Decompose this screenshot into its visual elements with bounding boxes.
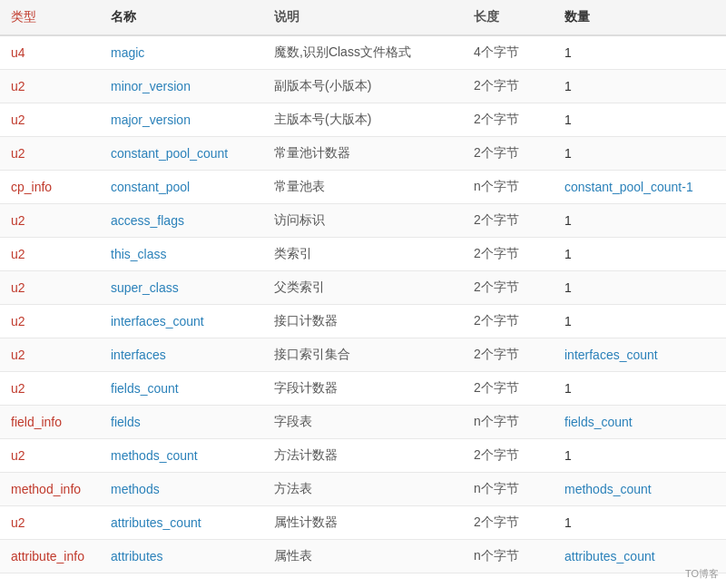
name-link[interactable]: magic xyxy=(111,45,144,60)
cell-count: 1 xyxy=(554,305,726,338)
cell-name[interactable]: fields_count xyxy=(100,372,263,406)
cell-type: u2 xyxy=(0,338,100,372)
table-row: method_infomethods方法表n个字节methods_count xyxy=(0,473,726,506)
cell-length: 2个字节 xyxy=(463,271,554,305)
header-count: 数量 xyxy=(554,0,726,35)
cell-count: 1 xyxy=(554,35,726,70)
header-name: 名称 xyxy=(100,0,263,35)
name-link[interactable]: access_flags xyxy=(111,213,184,228)
cell-name[interactable]: interfaces_count xyxy=(100,305,263,338)
cell-length: n个字节 xyxy=(463,406,554,439)
count-link[interactable]: fields_count xyxy=(564,415,633,429)
cell-type: u2 xyxy=(0,238,100,271)
cell-type: u2 xyxy=(0,506,100,540)
cell-name[interactable]: attributes_count xyxy=(100,506,263,540)
cell-count[interactable]: fields_count xyxy=(554,406,726,439)
cell-name[interactable]: methods xyxy=(100,473,263,506)
table-row: u2constant_pool_count常量池计数器2个字节1 xyxy=(0,137,726,171)
cell-name[interactable]: access_flags xyxy=(100,204,263,238)
count-link[interactable]: interfaces_count xyxy=(564,348,658,362)
table-row: field_infofields字段表n个字节fields_count xyxy=(0,406,726,439)
cell-type: u2 xyxy=(0,305,100,338)
cell-desc: 副版本号(小版本) xyxy=(263,70,463,103)
cell-desc: 属性计数器 xyxy=(263,506,463,540)
name-link[interactable]: this_class xyxy=(111,247,166,261)
header-length: 长度 xyxy=(463,0,554,35)
cell-type: u2 xyxy=(0,372,100,406)
table-header-row: 类型 名称 说明 长度 数量 xyxy=(0,0,726,35)
name-link[interactable]: attributes_count xyxy=(111,515,201,530)
cell-type: u2 xyxy=(0,137,100,171)
table-row: cp_infoconstant_pool常量池表n个字节constant_poo… xyxy=(0,171,726,204)
name-link[interactable]: super_class xyxy=(111,280,179,295)
table-row: u2interfaces接口索引集合2个字节interfaces_count xyxy=(0,338,726,372)
table-row: u2fields_count字段计数器2个字节1 xyxy=(0,372,726,406)
name-link[interactable]: methods xyxy=(111,482,160,496)
cell-desc: 常量池表 xyxy=(263,171,463,204)
cell-name[interactable]: attributes xyxy=(100,540,263,573)
cell-name[interactable]: fields xyxy=(100,406,263,439)
name-link[interactable]: minor_version xyxy=(111,79,191,93)
cell-count: 1 xyxy=(554,506,726,540)
cell-desc: 字段表 xyxy=(263,406,463,439)
cell-name[interactable]: constant_pool_count xyxy=(100,137,263,171)
cell-count: 1 xyxy=(554,137,726,171)
cell-name[interactable]: interfaces xyxy=(100,338,263,372)
name-link[interactable]: methods_count xyxy=(111,448,198,463)
cell-count[interactable]: constant_pool_count-1 xyxy=(554,171,726,204)
cell-desc: 魔数,识别Class文件格式 xyxy=(263,35,463,70)
name-link[interactable]: interfaces_count xyxy=(111,314,204,328)
class-structure-table: 类型 名称 说明 长度 数量 u4magic魔数,识别Class文件格式4个字节… xyxy=(0,0,726,573)
cell-name[interactable]: magic xyxy=(100,35,263,70)
cell-type: u2 xyxy=(0,70,100,103)
cell-length: n个字节 xyxy=(463,171,554,204)
table-row: u4magic魔数,识别Class文件格式4个字节1 xyxy=(0,35,726,70)
table-row: u2methods_count方法计数器2个字节1 xyxy=(0,439,726,473)
cell-type: attribute_info xyxy=(0,540,100,573)
cell-name[interactable]: constant_pool xyxy=(100,171,263,204)
cell-length: 4个字节 xyxy=(463,35,554,70)
cell-desc: 父类索引 xyxy=(263,271,463,305)
count-link[interactable]: methods_count xyxy=(564,482,652,496)
cell-desc: 属性表 xyxy=(263,540,463,573)
table-row: attribute_infoattributes属性表n个字节attribute… xyxy=(0,540,726,573)
cell-length: 2个字节 xyxy=(463,137,554,171)
header-desc: 说明 xyxy=(263,0,463,35)
table-row: u2this_class类索引2个字节1 xyxy=(0,238,726,271)
name-link[interactable]: interfaces xyxy=(111,348,166,362)
cell-count[interactable]: interfaces_count xyxy=(554,338,726,372)
name-link[interactable]: fields xyxy=(111,415,141,429)
cell-desc: 访问标识 xyxy=(263,204,463,238)
table-row: u2super_class父类索引2个字节1 xyxy=(0,271,726,305)
cell-count[interactable]: methods_count xyxy=(554,473,726,506)
cell-count: 1 xyxy=(554,103,726,137)
cell-count: 1 xyxy=(554,271,726,305)
cell-name[interactable]: super_class xyxy=(100,271,263,305)
name-link[interactable]: constant_pool xyxy=(111,180,190,194)
name-link[interactable]: constant_pool_count xyxy=(111,146,228,161)
cell-name[interactable]: this_class xyxy=(100,238,263,271)
cell-desc: 接口索引集合 xyxy=(263,338,463,372)
count-link[interactable]: attributes_count xyxy=(564,549,655,564)
table-container: 类型 名称 说明 长度 数量 u4magic魔数,识别Class文件格式4个字节… xyxy=(0,0,726,573)
cell-type: u2 xyxy=(0,204,100,238)
cell-desc: 常量池计数器 xyxy=(263,137,463,171)
cell-name[interactable]: methods_count xyxy=(100,439,263,473)
name-link[interactable]: attributes xyxy=(111,549,163,564)
cell-desc: 方法表 xyxy=(263,473,463,506)
cell-length: n个字节 xyxy=(463,540,554,573)
cell-length: 2个字节 xyxy=(463,439,554,473)
cell-type: u2 xyxy=(0,103,100,137)
cell-name[interactable]: major_version xyxy=(100,103,263,137)
cell-count: 1 xyxy=(554,204,726,238)
cell-name[interactable]: minor_version xyxy=(100,70,263,103)
cell-length: 2个字节 xyxy=(463,238,554,271)
cell-desc: 主版本号(大版本) xyxy=(263,103,463,137)
name-link[interactable]: major_version xyxy=(111,113,191,127)
cell-length: 2个字节 xyxy=(463,506,554,540)
name-link[interactable]: fields_count xyxy=(111,381,179,396)
cell-type: method_info xyxy=(0,473,100,506)
count-link[interactable]: constant_pool_count-1 xyxy=(564,180,693,194)
cell-type: u4 xyxy=(0,35,100,70)
cell-count: 1 xyxy=(554,439,726,473)
